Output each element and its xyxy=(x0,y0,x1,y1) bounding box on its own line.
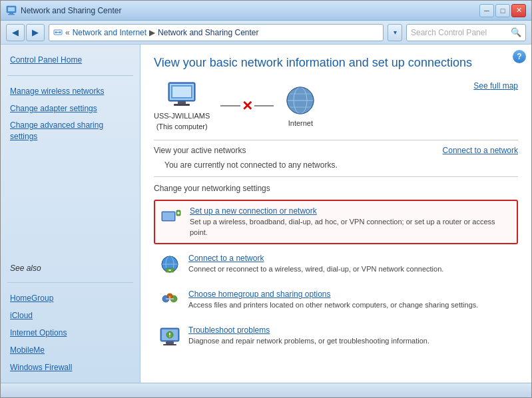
sidebar-mobileme[interactable]: MobileMe xyxy=(7,343,133,357)
computer-icon xyxy=(166,81,198,109)
main-area: Control Panel Home Manage wireless netwo… xyxy=(1,45,531,383)
svg-rect-2 xyxy=(9,13,13,14)
svg-rect-10 xyxy=(178,101,186,104)
change-settings-title: Change your networking settings xyxy=(154,184,518,193)
computer-sublabel: (This computer) xyxy=(156,122,208,130)
sidebar-icloud[interactable]: iCloud xyxy=(7,308,133,323)
settings-item-3-content: Troubleshoot problems Diagnose and repai… xyxy=(188,325,513,347)
sidebar: Control Panel Home Manage wireless netwo… xyxy=(1,45,140,383)
title-bar: Network and Sharing Center ─ □ ✕ xyxy=(1,1,531,21)
active-networks-label: View your active networks xyxy=(154,146,246,155)
minimize-button[interactable]: ─ xyxy=(479,4,494,17)
active-networks-section: View your active networks Connect to a n… xyxy=(154,140,518,155)
address-dropdown-button[interactable]: ▾ xyxy=(388,24,402,41)
settings-item-1: Connect to a network Connect or reconnec… xyxy=(154,248,518,280)
address-bar: ◀ ▶ « Network and Internet ▶ Network and… xyxy=(1,21,531,45)
sidebar-divider-1 xyxy=(7,75,133,76)
homegroup-icon xyxy=(159,290,180,311)
sidebar-change-adapter[interactable]: Change adapter settings xyxy=(7,101,133,116)
forward-button[interactable]: ▶ xyxy=(26,24,45,41)
internet-globe-icon xyxy=(284,85,316,116)
restore-button[interactable]: □ xyxy=(495,4,510,17)
svg-rect-43 xyxy=(163,344,176,345)
svg-rect-11 xyxy=(174,104,190,106)
title-bar-left: Network and Sharing Center xyxy=(6,5,121,16)
breadcrumb-separator1: « xyxy=(65,28,70,37)
connect-to-network-link[interactable]: Connect to a network xyxy=(443,146,518,155)
search-icon[interactable]: 🔍 xyxy=(511,27,521,37)
settings-item-3-title[interactable]: Troubleshoot problems xyxy=(188,325,270,335)
sidebar-divider-2 xyxy=(7,282,133,283)
nav-buttons: ◀ ▶ xyxy=(6,24,45,41)
internet-node: Internet xyxy=(284,85,316,127)
breadcrumb-bar[interactable]: « Network and Internet ▶ Network and Sha… xyxy=(49,24,384,41)
settings-item-0: Set up a new connection or network Set u… xyxy=(154,200,518,244)
title-bar-title: Network and Sharing Center xyxy=(21,6,121,15)
sidebar-control-panel-home[interactable]: Control Panel Home xyxy=(7,53,133,67)
svg-rect-21 xyxy=(162,212,174,220)
svg-rect-42 xyxy=(166,341,174,344)
sidebar-manage-wireless[interactable]: Manage wireless networks xyxy=(7,84,133,99)
content-panel: ? View your basic network information an… xyxy=(140,45,531,383)
settings-item-0-content: Set up a new connection or network Set u… xyxy=(190,206,511,238)
sidebar-change-advanced[interactable]: Change advanced sharing settings xyxy=(7,118,133,144)
network-connector: ✕ xyxy=(220,99,274,112)
troubleshoot-icon xyxy=(159,325,180,347)
network-diagram-container: See full map USS-JWILLIAMS xyxy=(154,81,518,130)
title-controls: ─ □ ✕ xyxy=(479,4,526,17)
svg-point-41 xyxy=(169,336,170,337)
search-placeholder: Search Control Panel xyxy=(411,28,487,37)
connect-network-icon xyxy=(159,254,180,275)
internet-label: Internet xyxy=(288,119,313,127)
sidebar-windows-firewall[interactable]: Windows Firewall xyxy=(7,360,133,375)
settings-item-2-title[interactable]: Choose homegroup and sharing options xyxy=(188,290,330,299)
window-icon xyxy=(6,5,17,16)
breadcrumb-icon xyxy=(53,28,63,37)
connection-x-mark: ✕ xyxy=(240,98,254,114)
computer-node: USS-JWILLIAMS (This computer) xyxy=(154,81,210,130)
settings-item-0-title[interactable]: Set up a new connection or network xyxy=(190,206,317,216)
sidebar-homegroup[interactable]: HomeGroup xyxy=(7,291,133,305)
setup-connection-icon xyxy=(160,206,182,228)
settings-item-1-title[interactable]: Connect to a network xyxy=(188,254,264,263)
sidebar-internet-options[interactable]: Internet Options xyxy=(7,325,133,340)
settings-item-2: Choose homegroup and sharing options Acc… xyxy=(154,284,518,316)
svg-rect-3 xyxy=(8,14,15,15)
page-title: View your basic network information and … xyxy=(154,55,518,71)
settings-item-2-desc: Access files and printers located on oth… xyxy=(188,300,513,310)
svg-rect-1 xyxy=(8,7,15,11)
main-window: Network and Sharing Center ─ □ ✕ ◀ ▶ « N… xyxy=(0,0,532,398)
help-icon[interactable]: ? xyxy=(513,50,526,63)
breadcrumb-current: Network and Sharing Center xyxy=(158,28,258,37)
computer-name-label: USS-JWILLIAMS xyxy=(154,112,210,120)
breadcrumb-arrow: ▶ xyxy=(149,28,155,37)
breadcrumb-network-internet[interactable]: Network and Internet xyxy=(73,28,146,37)
search-box[interactable]: Search Control Panel 🔍 xyxy=(406,24,526,41)
change-settings-section: Change your networking settings Set up a… xyxy=(154,176,518,352)
close-button[interactable]: ✕ xyxy=(511,4,526,17)
settings-item-0-desc: Set up a wireless, broadband, dial-up, a… xyxy=(190,217,511,238)
see-also-title: See also xyxy=(7,262,133,274)
settings-item-3: Troubleshoot problems Diagnose and repai… xyxy=(154,320,518,352)
settings-item-1-desc: Connect or reconnect to a wireless, wire… xyxy=(188,264,513,274)
status-text: You are currently not connected to any n… xyxy=(154,158,518,176)
settings-item-1-content: Connect to a network Connect or reconnec… xyxy=(188,254,513,275)
settings-item-2-content: Choose homegroup and sharing options Acc… xyxy=(188,290,513,311)
svg-rect-13 xyxy=(172,87,191,97)
back-button[interactable]: ◀ xyxy=(6,24,25,41)
network-diagram: USS-JWILLIAMS (This computer) ✕ xyxy=(154,81,518,130)
settings-item-3-desc: Diagnose and repair network problems, or… xyxy=(188,336,513,346)
status-bar xyxy=(1,383,531,397)
